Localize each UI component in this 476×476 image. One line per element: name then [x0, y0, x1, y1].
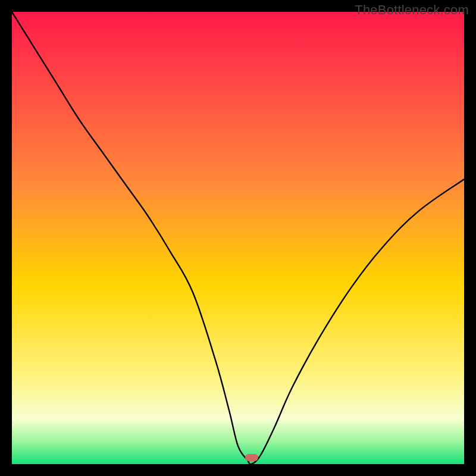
chart-area: [12, 12, 464, 464]
optimum-marker: [245, 454, 258, 461]
chart-frame: [12, 12, 464, 464]
watermark-text: TheBottleneck.com: [355, 2, 469, 18]
bottleneck-curve: [12, 12, 464, 464]
